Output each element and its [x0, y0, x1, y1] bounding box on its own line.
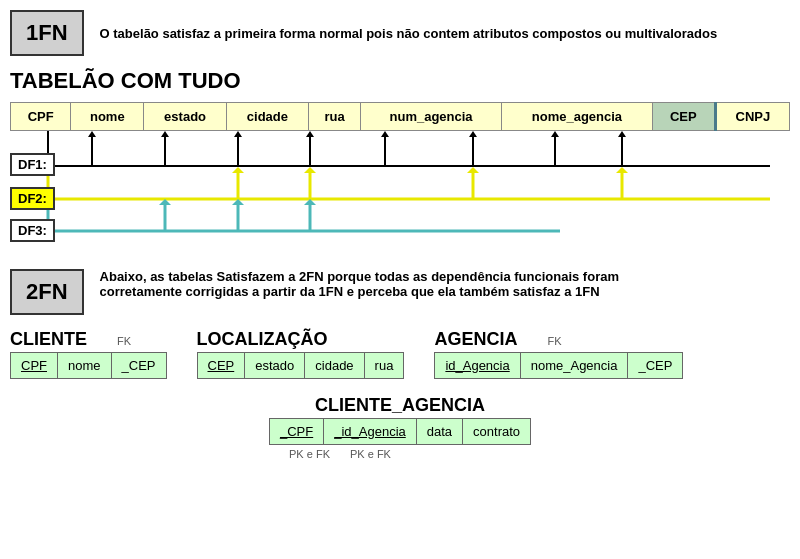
agencia-row: id_Agencia nome_Agencia _CEP [435, 353, 683, 379]
svg-marker-25 [467, 167, 479, 173]
svg-marker-23 [304, 167, 316, 173]
svg-marker-21 [232, 167, 244, 173]
df2-label-box: DF2: [10, 187, 55, 210]
col-nome: nome [71, 103, 144, 131]
pk-fk-id-agencia: PK e FK [340, 448, 401, 460]
svg-marker-9 [306, 131, 314, 137]
col-cpf: CPF [11, 103, 71, 131]
agencia-table: id_Agencia nome_Agencia _CEP [434, 352, 683, 379]
tabelao-title: TABELÃO COM TUDO [10, 68, 790, 94]
cliente-table: CPF nome _CEP [10, 352, 167, 379]
ca-col-cpf: _CPF [269, 419, 323, 445]
pk-fk-row: PK e FK PK e FK [279, 448, 521, 460]
fn2-banner: 2FN Abaixo, as tabelas Satisfazem a 2FN … [10, 269, 790, 315]
svg-marker-7 [234, 131, 242, 137]
ca-col-id-agencia: _id_Agencia [324, 419, 417, 445]
fn1-banner: 1FN O tabelão satisfaz a primeira forma … [10, 10, 790, 56]
cliente-agencia-title: CLIENTE_AGENCIA [315, 395, 485, 416]
cliente-col-cep: _CEP [111, 353, 166, 379]
agencia-section: AGENCIA FK id_Agencia nome_Agencia _CEP [434, 329, 683, 379]
agencia-col-cep: _CEP [628, 353, 683, 379]
col-cnpj: CNPJ [715, 103, 789, 131]
svg-marker-15 [551, 131, 559, 137]
cliente-col-cpf: CPF [11, 353, 58, 379]
svg-marker-27 [616, 167, 628, 173]
localizacao-col-rua: rua [364, 353, 404, 379]
tabelao-wrapper: CPF nome estado cidade rua num_agencia n… [10, 102, 790, 261]
fn1-description: O tabelão satisfaz a primeira forma norm… [100, 26, 718, 41]
ca-col-contrato: contrato [463, 419, 531, 445]
ca-col-data: data [416, 419, 462, 445]
localizacao-title: LOCALIZAÇÃO [197, 329, 405, 350]
col-estado: estado [144, 103, 227, 131]
col-rua: rua [308, 103, 360, 131]
tabelao-table: CPF nome estado cidade rua num_agencia n… [10, 102, 790, 131]
cliente-fk-label: FK [117, 335, 131, 347]
fn2-box: 2FN [10, 269, 84, 315]
df-arrows-section: DF1: DF2: DF3: [10, 131, 790, 261]
cliente-col-nome: nome [58, 353, 112, 379]
cliente-agencia-row: _CPF _id_Agencia data contrato [269, 419, 530, 445]
localizacao-col-cep: CEP [197, 353, 245, 379]
pk-fk-cpf: PK e FK [279, 448, 340, 460]
cliente-title: CLIENTE [10, 329, 87, 350]
svg-marker-3 [88, 131, 96, 137]
agencia-col-nome: nome_Agencia [520, 353, 628, 379]
df1-label: DF1: [10, 153, 59, 176]
svg-marker-11 [381, 131, 389, 137]
localizacao-table: CEP estado cidade rua [197, 352, 405, 379]
arrows-svg [10, 131, 790, 261]
agencia-col-id: id_Agencia [435, 353, 520, 379]
pk-fk-contrato [461, 448, 521, 460]
cliente-section: CLIENTE FK CPF nome _CEP [10, 329, 167, 379]
svg-marker-13 [469, 131, 477, 137]
agencia-fk-label: FK [547, 335, 561, 347]
cliente-row: CPF nome _CEP [11, 353, 167, 379]
localizacao-col-cidade: cidade [305, 353, 364, 379]
localizacao-col-estado: estado [245, 353, 305, 379]
df2-label: DF2: [10, 187, 59, 210]
df3-label: DF3: [10, 219, 59, 242]
cliente-agencia-section: CLIENTE_AGENCIA _CPF _id_Agencia data co… [10, 395, 790, 460]
localizacao-row: CEP estado cidade rua [197, 353, 404, 379]
agencia-title: AGENCIA [434, 329, 517, 350]
df3-label-box: DF3: [10, 219, 55, 242]
fn1-box: 1FN [10, 10, 84, 56]
col-num-agencia: num_agencia [361, 103, 502, 131]
fn2-description: Abaixo, as tabelas Satisfazem a 2FN porq… [100, 269, 680, 299]
pk-fk-data [401, 448, 461, 460]
col-cep: CEP [652, 103, 715, 131]
cliente-agencia-table: _CPF _id_Agencia data contrato [269, 418, 531, 445]
col-cidade: cidade [226, 103, 308, 131]
tabelao-row: CPF nome estado cidade rua num_agencia n… [11, 103, 790, 131]
localizacao-section: LOCALIZAÇÃO CEP estado cidade rua [197, 329, 405, 379]
df1-label-box: DF1: [10, 153, 55, 176]
small-tables-row: CLIENTE FK CPF nome _CEP LOCALIZAÇÃO CEP… [10, 329, 790, 379]
svg-marker-5 [161, 131, 169, 137]
svg-marker-17 [618, 131, 626, 137]
col-nome-agencia: nome_agencia [501, 103, 652, 131]
